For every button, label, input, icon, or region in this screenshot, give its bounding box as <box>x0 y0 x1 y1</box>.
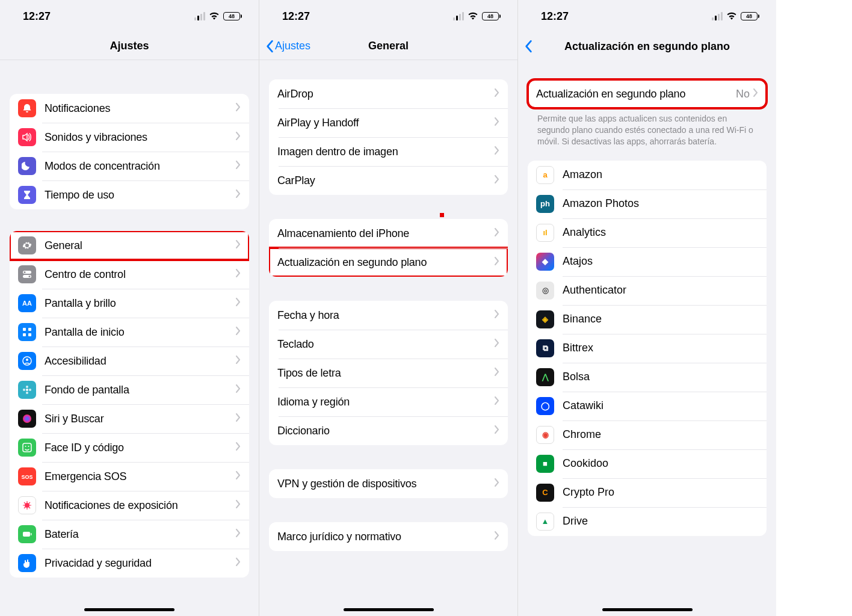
hand-icon <box>18 554 36 572</box>
app-row-bolsa[interactable]: ⋀Bolsa <box>528 363 767 392</box>
row-label: Accesibilidad <box>45 355 236 368</box>
row-fecha-y-hora[interactable]: Fecha y hora <box>269 301 508 330</box>
row-fondo-de-pantalla[interactable]: Fondo de pantalla <box>10 375 249 404</box>
row-bater-a[interactable]: Batería <box>10 520 249 549</box>
row-label: AirPlay y Handoff <box>277 117 495 129</box>
app-row-amazon[interactable]: aAmazon <box>528 161 767 189</box>
row-carplay[interactable]: CarPlay <box>269 166 508 195</box>
svg-line-26 <box>24 502 25 504</box>
app-row-cookidoo[interactable]: ■Cookidoo <box>528 449 767 478</box>
chevron-left-icon <box>265 40 274 53</box>
row-diccionario[interactable]: Diccionario <box>269 416 508 445</box>
app-label: Catawiki <box>563 399 758 412</box>
app-row-crypto-pro[interactable]: CCrypto Pro <box>528 478 767 507</box>
status-indicators: 48 <box>712 10 759 23</box>
app-row-analytics[interactable]: ılAnalytics <box>528 218 767 247</box>
row-background-refresh-master[interactable]: Actualización en segundo plano No <box>528 79 767 108</box>
row-sonidos-y-vibraciones[interactable]: Sonidos y vibraciones <box>10 123 249 152</box>
chevron-right-icon <box>236 103 241 114</box>
chevron-right-icon <box>236 442 241 453</box>
row-label: Pantalla y brillo <box>45 297 236 310</box>
row-general[interactable]: General <box>10 231 249 260</box>
battery-icon: 48 <box>223 12 242 20</box>
chevron-right-icon <box>495 425 499 436</box>
chevron-left-icon <box>524 40 532 53</box>
app-row-binance[interactable]: ◈Binance <box>528 305 767 334</box>
person-icon <box>18 352 36 370</box>
row-vpn-y-gesti-n-de-dispositivos[interactable]: VPN y gestión de dispositivos <box>269 469 508 498</box>
back-button[interactable]: Ajustes <box>265 40 310 53</box>
app-label: Authenticator <box>563 284 758 297</box>
chevron-right-icon <box>495 228 499 239</box>
row-label: VPN y gestión de dispositivos <box>277 478 495 490</box>
row-privacidad-y-seguridad[interactable]: Privacidad y seguridad <box>10 549 249 578</box>
row-tipos-de-letra[interactable]: Tipos de letra <box>269 359 508 387</box>
row-almacenamiento-del-iphone[interactable]: Almacenamiento del iPhone <box>269 219 508 248</box>
back-button[interactable] <box>524 40 532 53</box>
annotation-dot <box>440 213 444 217</box>
row-accesibilidad[interactable]: Accesibilidad <box>10 346 249 375</box>
row-face-id-y-c-digo[interactable]: Face ID y código <box>10 433 249 462</box>
row-pantalla-y-brillo[interactable]: AAPantalla y brillo <box>10 289 249 318</box>
row-label: Emergencia SOS <box>45 470 236 483</box>
row-modos-de-concentraci-n[interactable]: Modos de concentración <box>10 152 249 180</box>
row-label: AirDrop <box>277 88 495 100</box>
row-notificaciones-de-exposici-n[interactable]: Notificaciones de exposición <box>10 491 249 520</box>
row-marco-jur-dico-y-normativo[interactable]: Marco jurídico y normativo <box>269 522 508 551</box>
app-row-bittrex[interactable]: ⧉Bittrex <box>528 334 767 363</box>
row-pantalla-de-inicio[interactable]: Pantalla de inicio <box>10 318 249 346</box>
svg-point-15 <box>29 389 31 391</box>
row-airdrop[interactable]: AirDrop <box>269 79 508 108</box>
status-time: 12:27 <box>541 10 569 23</box>
app-label: Drive <box>563 515 758 528</box>
app-icon: ◯ <box>536 397 554 415</box>
row-idioma-y-regi-n[interactable]: Idioma y región <box>269 387 508 416</box>
row-emergencia-sos[interactable]: SOSEmergencia SOS <box>10 462 249 491</box>
cellular-icon <box>712 12 723 20</box>
siri-icon <box>18 410 36 428</box>
app-icon: ◉ <box>536 426 554 444</box>
chevron-right-icon <box>495 339 499 350</box>
screen-background-refresh: 12:27 48 Actualización en segundo plano … <box>517 0 776 616</box>
row-centro-de-control[interactable]: Centro de control <box>10 260 249 289</box>
svg-point-21 <box>25 503 29 508</box>
home-indicator[interactable] <box>602 608 693 611</box>
home-indicator[interactable] <box>84 608 174 611</box>
cellular-icon <box>194 12 205 20</box>
row-airplay-y-handoff[interactable]: AirPlay y Handoff <box>269 108 508 137</box>
row-siri-y-buscar[interactable]: Siri y Buscar <box>10 404 249 433</box>
chevron-right-icon <box>236 132 241 143</box>
refresh-list[interactable]: Actualización en segundo plano No Permit… <box>518 60 776 616</box>
app-row-atajos[interactable]: ◆Atajos <box>528 247 767 276</box>
svg-point-3 <box>29 276 31 277</box>
app-row-chrome[interactable]: ◉Chrome <box>528 420 767 449</box>
chevron-right-icon <box>495 310 499 321</box>
general-group-airdrop: AirDropAirPlay y HandoffImagen dentro de… <box>269 79 508 195</box>
home-indicator[interactable] <box>344 608 434 611</box>
row-tiempo-de-uso[interactable]: Tiempo de uso <box>10 180 249 209</box>
row-teclado[interactable]: Teclado <box>269 330 508 359</box>
row-label: Fondo de pantalla <box>45 384 236 396</box>
row-label: Teclado <box>277 338 495 351</box>
battery-icon: 48 <box>482 12 501 20</box>
row-actualizaci-n-en-segundo-plano[interactable]: Actualización en segundo plano <box>269 248 508 277</box>
chevron-right-icon <box>495 257 499 268</box>
app-row-catawiki[interactable]: ◯Catawiki <box>528 392 767 420</box>
wifi-icon <box>726 10 737 23</box>
row-label: Imagen dentro de imagen <box>277 146 495 158</box>
general-list[interactable]: AirDropAirPlay y HandoffImagen dentro de… <box>259 60 517 616</box>
app-row-authenticator[interactable]: ◎Authenticator <box>528 276 767 305</box>
app-icon: ph <box>536 195 554 213</box>
gear-icon <box>18 236 36 254</box>
app-row-amazon-photos[interactable]: phAmazon Photos <box>528 189 767 218</box>
row-notificaciones[interactable]: Notificaciones <box>10 94 249 123</box>
app-row-drive[interactable]: ▲Drive <box>528 507 767 536</box>
chevron-right-icon <box>495 175 499 186</box>
app-icon: ◈ <box>536 310 554 328</box>
virus-icon <box>18 496 36 514</box>
settings-list[interactable]: NotificacionesSonidos y vibracionesModos… <box>0 60 259 616</box>
row-imagen-dentro-de-imagen[interactable]: Imagen dentro de imagen <box>269 137 508 166</box>
row-label: Idioma y región <box>277 396 495 408</box>
page-title: General <box>368 40 409 52</box>
app-label: Binance <box>563 313 758 325</box>
